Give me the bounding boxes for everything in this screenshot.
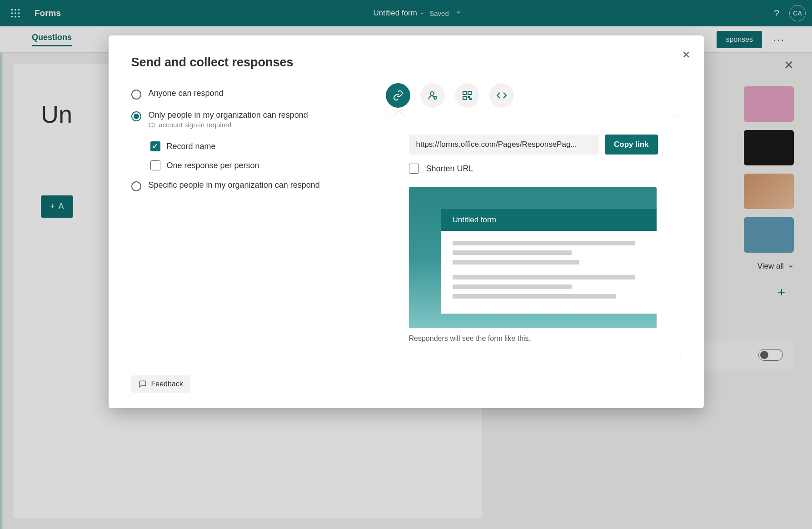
share-tab-invite[interactable] [420, 83, 445, 108]
feedback-button[interactable]: Feedback [131, 375, 190, 393]
link-icon [393, 90, 404, 101]
share-url-field[interactable]: https://forms.office.com/Pages/ResponseP… [409, 135, 599, 155]
svg-point-10 [434, 96, 437, 99]
option-organization[interactable]: Only people in my organization can respo… [131, 105, 368, 134]
option-record-name[interactable]: Record name [150, 137, 368, 156]
preview-title: Untitled form [441, 209, 657, 231]
svg-point-9 [430, 92, 434, 95]
radio-icon [131, 90, 141, 100]
audience-options: Anyone can respond Only people in my org… [131, 83, 368, 361]
send-collect-modal: ✕ Send and collect responses Anyone can … [109, 35, 704, 408]
person-icon [427, 90, 438, 101]
option-one-response[interactable]: One response per person [150, 156, 368, 175]
preview-caption: Responders will see the form like this. [409, 334, 658, 343]
shorten-url-option[interactable]: Shorten URL [409, 164, 658, 174]
checkbox-icon [150, 160, 160, 170]
radio-icon [131, 111, 141, 121]
option-specific-people[interactable]: Specific people in my organization can r… [131, 175, 368, 197]
modal-overlay[interactable]: ✕ Send and collect responses Anyone can … [0, 0, 812, 529]
svg-rect-13 [463, 96, 466, 100]
checkbox-icon [409, 164, 419, 174]
share-tab-embed[interactable] [489, 83, 514, 108]
preview-body [441, 231, 657, 314]
svg-rect-12 [468, 91, 471, 95]
share-column: https://forms.office.com/Pages/ResponseP… [386, 83, 681, 361]
checkbox-icon [150, 141, 160, 151]
chat-icon [139, 380, 147, 388]
form-preview: Untitled form [409, 187, 657, 328]
qr-icon [462, 90, 473, 101]
svg-rect-11 [463, 91, 466, 95]
radio-icon [131, 181, 141, 191]
modal-title: Send and collect responses [131, 55, 681, 70]
share-tab-qr[interactable] [455, 83, 479, 108]
share-tab-link[interactable] [386, 83, 410, 108]
option-anyone[interactable]: Anyone can respond [131, 83, 368, 105]
share-link-panel: https://forms.office.com/Pages/ResponseP… [386, 116, 681, 361]
share-method-tabs [386, 83, 681, 108]
copy-link-button[interactable]: Copy link [605, 135, 658, 155]
embed-icon [496, 90, 507, 101]
close-modal-icon[interactable]: ✕ [682, 49, 690, 61]
